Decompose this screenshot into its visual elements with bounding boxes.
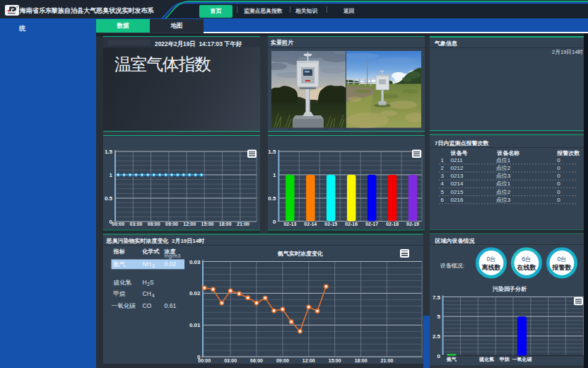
svg-text:5: 5 bbox=[437, 314, 441, 320]
svg-text:S: S bbox=[150, 279, 154, 286]
svg-text:0212: 0212 bbox=[451, 165, 464, 171]
svg-text:3: 3 bbox=[441, 173, 445, 179]
svg-text:02-19: 02-19 bbox=[406, 222, 419, 226]
svg-text:06:00: 06:00 bbox=[250, 358, 263, 363]
svg-text:1: 1 bbox=[441, 157, 445, 163]
svg-text:21:00: 21:00 bbox=[381, 358, 394, 363]
svg-text:03:00: 03:00 bbox=[224, 358, 237, 363]
svg-text:指标: 指标 bbox=[113, 248, 126, 255]
svg-text:0: 0 bbox=[557, 157, 560, 163]
svg-text:报警数: 报警数 bbox=[552, 264, 572, 271]
svg-text:设备名称: 设备名称 bbox=[496, 150, 519, 156]
svg-text:0台: 0台 bbox=[557, 255, 566, 263]
svg-text:2: 2 bbox=[441, 165, 445, 171]
svg-text:0: 0 bbox=[557, 165, 560, 171]
svg-text:00:00: 00:00 bbox=[112, 222, 124, 226]
svg-text:0216: 0216 bbox=[451, 197, 464, 203]
svg-text:CH: CH bbox=[143, 290, 151, 297]
svg-text:3: 3 bbox=[152, 263, 155, 268]
svg-text:硫化氢: 硫化氢 bbox=[114, 279, 132, 286]
svg-text:离线数: 离线数 bbox=[482, 264, 502, 271]
svg-text:6: 6 bbox=[441, 197, 445, 203]
svg-text:06:00: 06:00 bbox=[148, 222, 160, 226]
svg-text:mg/m3: mg/m3 bbox=[165, 253, 181, 259]
svg-text:4: 4 bbox=[441, 180, 445, 187]
svg-text:03:00: 03:00 bbox=[130, 222, 143, 226]
svg-text:点位1: 点位1 bbox=[496, 180, 511, 187]
svg-text:点位3: 点位3 bbox=[496, 197, 511, 203]
svg-text:0213: 0213 bbox=[451, 173, 464, 179]
svg-text:0.01: 0.01 bbox=[189, 322, 201, 328]
svg-text:H: H bbox=[143, 279, 147, 286]
svg-text:09:00: 09:00 bbox=[165, 222, 178, 226]
svg-text:在线数: 在线数 bbox=[517, 264, 537, 271]
svg-text:甲烷: 甲烷 bbox=[114, 290, 127, 297]
svg-text:1: 1 bbox=[273, 172, 276, 178]
svg-text:0台: 0台 bbox=[486, 255, 495, 263]
svg-text:1: 1 bbox=[110, 172, 113, 178]
svg-text:15:00: 15:00 bbox=[329, 358, 341, 363]
svg-text:0.02: 0.02 bbox=[189, 290, 201, 297]
svg-text:02-18: 02-18 bbox=[386, 222, 399, 226]
svg-text:1.5: 1.5 bbox=[268, 149, 276, 155]
svg-text:氨气: 氨气 bbox=[446, 357, 457, 362]
svg-text:12:00: 12:00 bbox=[183, 222, 196, 226]
svg-text:0.5: 0.5 bbox=[105, 195, 113, 202]
svg-text:硫化氢: 硫化氢 bbox=[478, 356, 494, 362]
svg-text:5: 5 bbox=[441, 189, 445, 195]
svg-text:02-14: 02-14 bbox=[304, 222, 317, 226]
svg-text:0.5: 0.5 bbox=[268, 195, 276, 202]
svg-text:09:00: 09:00 bbox=[276, 358, 289, 363]
svg-text:02-16: 02-16 bbox=[345, 222, 358, 226]
svg-text:0.02: 0.02 bbox=[165, 260, 177, 268]
svg-text:0: 0 bbox=[273, 219, 276, 225]
svg-text:报警次数: 报警次数 bbox=[556, 150, 580, 156]
svg-text:0: 0 bbox=[437, 353, 441, 360]
svg-text:18:00: 18:00 bbox=[219, 222, 232, 226]
svg-text:0.03: 0.03 bbox=[189, 259, 201, 265]
svg-text:化学式: 化学式 bbox=[142, 248, 160, 255]
svg-text:点位1: 点位1 bbox=[496, 157, 511, 163]
svg-text:一氧化碳: 一氧化碳 bbox=[112, 302, 136, 309]
svg-text:02-17: 02-17 bbox=[365, 222, 378, 226]
svg-text:0: 0 bbox=[557, 189, 560, 195]
svg-text:CO: CO bbox=[143, 302, 152, 309]
svg-text:02-15: 02-15 bbox=[324, 222, 337, 226]
svg-text:甲烷: 甲烷 bbox=[500, 356, 510, 362]
svg-text:2.5: 2.5 bbox=[433, 333, 441, 340]
svg-text:1.5: 1.5 bbox=[105, 149, 113, 155]
svg-text:0: 0 bbox=[557, 180, 560, 187]
svg-text:4: 4 bbox=[152, 293, 155, 298]
svg-text:0.61: 0.61 bbox=[165, 302, 177, 309]
svg-text:点位2: 点位2 bbox=[496, 189, 511, 195]
svg-text:0214: 0214 bbox=[451, 180, 464, 187]
svg-text:一氧化碳: 一氧化碳 bbox=[512, 357, 533, 362]
svg-text:氨气: 氨气 bbox=[114, 260, 127, 268]
svg-text:15:00: 15:00 bbox=[201, 222, 214, 226]
svg-text:点位2: 点位2 bbox=[496, 165, 511, 171]
svg-text:02-13: 02-13 bbox=[283, 222, 296, 226]
svg-text:00:00: 00:00 bbox=[198, 358, 211, 363]
svg-text:0: 0 bbox=[557, 173, 560, 179]
svg-text:设备号: 设备号 bbox=[450, 150, 468, 156]
svg-text:12:00: 12:00 bbox=[302, 358, 315, 363]
svg-text:7.5: 7.5 bbox=[433, 294, 441, 301]
svg-text:6台: 6台 bbox=[522, 255, 531, 263]
svg-text:21:00: 21:00 bbox=[237, 222, 249, 226]
svg-text:0211: 0211 bbox=[451, 157, 464, 163]
svg-text:0215: 0215 bbox=[451, 189, 464, 195]
svg-text:点位3: 点位3 bbox=[496, 173, 511, 179]
svg-text:NH: NH bbox=[143, 260, 151, 268]
svg-text:0: 0 bbox=[557, 197, 560, 203]
svg-text:18:00: 18:00 bbox=[355, 358, 368, 363]
